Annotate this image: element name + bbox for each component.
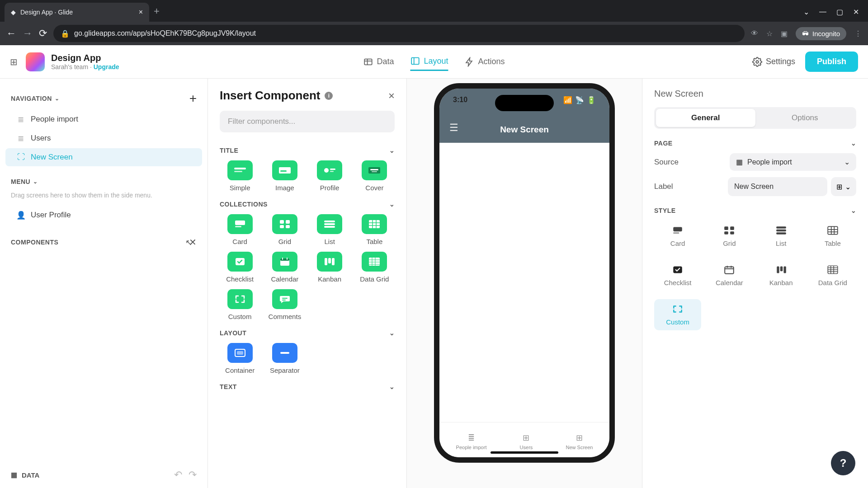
close-tab-icon[interactable]: × — [139, 8, 143, 16]
page-section[interactable]: PAGE ⌄ — [654, 140, 856, 147]
style-data-grid[interactable]: Data Grid — [809, 260, 856, 291]
app-subtitle: Sarah's team · Upgrade — [51, 63, 119, 70]
source-select[interactable]: ▦People import ⌄ — [730, 153, 856, 171]
browser-tab[interactable]: ◆ Design App · Glide × — [5, 3, 149, 22]
component-grid[interactable]: Grid — [264, 214, 305, 245]
redo-icon[interactable]: ↷ — [189, 469, 197, 481]
tab-layout[interactable]: Layout — [410, 52, 448, 71]
category-collections[interactable]: COLLECTIONS ⌄ — [220, 201, 395, 208]
style-list[interactable]: List — [758, 221, 805, 252]
component-profile[interactable]: Profile — [310, 160, 350, 192]
style-section[interactable]: STYLE ⌄ — [654, 207, 856, 214]
tab-actions[interactable]: Actions — [465, 52, 505, 71]
filter-input[interactable] — [220, 111, 395, 132]
chevron-down-icon: ⌄ — [33, 178, 38, 185]
custom-icon — [672, 304, 684, 314]
phone-tab-new-screen[interactable]: ⊞New Screen — [566, 433, 593, 450]
svg-rect-1 — [411, 58, 419, 65]
tab-data[interactable]: Data — [363, 52, 394, 71]
svg-rect-3 — [234, 168, 246, 169]
svg-rect-30 — [282, 258, 283, 260]
settings-button[interactable]: Settings — [752, 57, 795, 67]
add-screen-button[interactable]: + — [189, 91, 197, 106]
source-value: People import — [747, 158, 792, 166]
nav-item-people-import[interactable]: ≣ People import — [5, 110, 202, 128]
component-list[interactable]: List — [310, 214, 350, 245]
style-kanban[interactable]: Kanban — [758, 260, 805, 291]
style-checklist[interactable]: Checklist — [654, 260, 701, 291]
custom-icon — [227, 289, 253, 309]
style-custom[interactable]: Custom — [654, 299, 701, 330]
seg-general[interactable]: General — [656, 109, 755, 127]
close-window-icon[interactable]: ✕ — [853, 8, 859, 16]
style-card[interactable]: Card — [654, 221, 701, 252]
component-container[interactable]: Container — [220, 343, 260, 374]
chevron-down-icon: ⌄ — [389, 383, 395, 390]
svg-rect-6 — [280, 170, 287, 172]
component-data-grid[interactable]: Data Grid — [354, 252, 395, 283]
component-card[interactable]: Card — [220, 214, 260, 245]
phone-tab-users[interactable]: ⊞Users — [520, 433, 533, 450]
list-icon: ≣ — [468, 433, 475, 443]
icon-picker[interactable]: ⊞⌄ — [831, 177, 856, 196]
eye-off-icon[interactable]: 👁 — [751, 29, 758, 38]
minimize-icon[interactable]: — — [819, 8, 826, 16]
data-footer-button[interactable]: ▦ DATA — [11, 471, 39, 479]
nav-item-users[interactable]: ≣ Users — [5, 129, 202, 147]
category-text[interactable]: TEXT ⌄ — [220, 383, 395, 390]
component-kanban[interactable]: Kanban — [310, 252, 350, 283]
components-close-button[interactable]: ✕↖ — [189, 237, 197, 248]
back-icon[interactable]: ← — [6, 28, 16, 39]
component-comments[interactable]: Comments — [264, 289, 305, 320]
seg-options[interactable]: Options — [755, 109, 855, 127]
component-table[interactable]: Table — [354, 214, 395, 245]
help-button[interactable]: ? — [831, 451, 855, 475]
maximize-icon[interactable]: ▢ — [836, 8, 843, 16]
svg-rect-17 — [280, 225, 284, 228]
svg-rect-15 — [280, 220, 284, 224]
forward-icon[interactable]: → — [23, 28, 33, 39]
insert-close-button[interactable]: × — [388, 89, 395, 102]
insert-component-panel: Insert Component i × TITLE ⌄ Simple Imag… — [208, 79, 407, 488]
component-label: Kanban — [318, 275, 341, 283]
kebab-menu-icon[interactable]: ⋮ — [854, 29, 862, 38]
new-tab-button[interactable]: + — [154, 5, 160, 17]
tab-title: Design App · Glide — [20, 9, 73, 16]
style-grid[interactable]: Grid — [706, 221, 753, 252]
style-calendar[interactable]: Calendar — [706, 260, 753, 291]
phone-notch — [495, 95, 554, 111]
reload-icon[interactable]: ⟳ — [39, 28, 47, 39]
component-label: Custom — [228, 313, 252, 320]
phone-tab-people-import[interactable]: ≣People import — [456, 433, 487, 450]
component-image[interactable]: Image — [264, 160, 305, 192]
component-cover[interactable]: Cover — [354, 160, 395, 192]
nav-item-user-profile[interactable]: 👤 User Profile — [5, 206, 202, 224]
component-checklist[interactable]: Checklist — [220, 252, 260, 283]
star-icon[interactable]: ☆ — [766, 29, 773, 38]
category-title[interactable]: TITLE ⌄ — [220, 147, 395, 154]
navigation-section[interactable]: NAVIGATION ⌄ — [11, 95, 59, 102]
undo-icon[interactable]: ↶ — [174, 469, 182, 481]
style-table[interactable]: Table — [809, 221, 856, 252]
category-layout[interactable]: LAYOUT ⌄ — [220, 329, 395, 337]
component-label: Cover — [365, 184, 383, 192]
tab-layout-label: Layout — [424, 56, 448, 66]
tabs-dropdown-icon[interactable]: ⌄ — [803, 8, 809, 16]
info-icon[interactable]: i — [325, 92, 333, 100]
menu-section[interactable]: MENU ⌄ — [11, 178, 38, 185]
upgrade-link[interactable]: Upgrade — [94, 63, 119, 70]
hamburger-icon[interactable]: ☰ — [449, 122, 458, 134]
incognito-badge[interactable]: 🕶 Incognito — [796, 27, 846, 40]
label-input[interactable] — [728, 177, 827, 196]
component-calendar[interactable]: Calendar — [264, 252, 305, 283]
nav-item-new-screen[interactable]: ⛶ New Screen — [5, 148, 202, 166]
apps-grid-icon[interactable]: ⊞ — [10, 56, 18, 67]
url-input[interactable]: 🔒 go.glideapps.com/app/sHoQEhK79BCg8pugJ… — [53, 25, 745, 42]
phone-time: 3:10 — [453, 96, 467, 104]
component-custom[interactable]: Custom — [220, 289, 260, 320]
publish-button[interactable]: Publish — [805, 52, 858, 72]
nav-item-label: New Screen — [31, 153, 73, 162]
component-separator[interactable]: Separator — [264, 343, 305, 374]
panel-icon[interactable]: ▣ — [781, 29, 788, 38]
component-simple[interactable]: Simple — [220, 160, 260, 192]
